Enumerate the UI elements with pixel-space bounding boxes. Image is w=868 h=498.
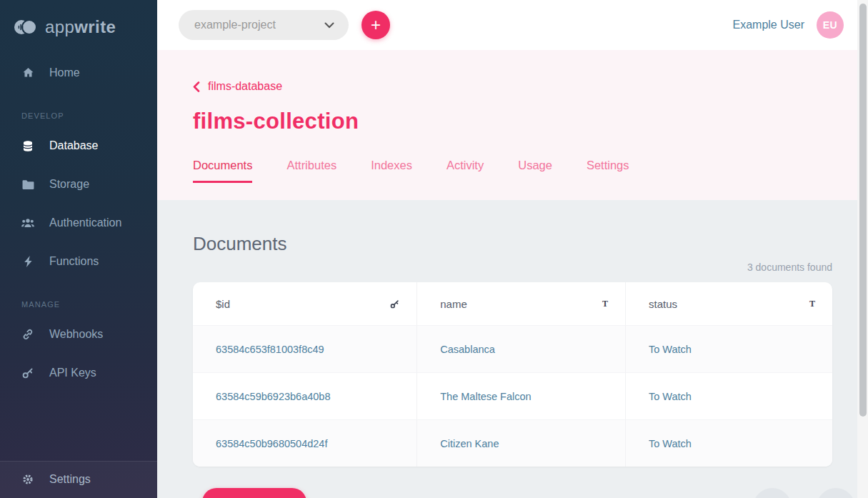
collection-header: films-database films-collection Document…: [157, 50, 868, 200]
avatar[interactable]: EU: [817, 11, 844, 39]
topbar: example-project + Example User EU: [157, 0, 868, 50]
sidebar-section-develop: DEVELOP: [21, 111, 157, 120]
main-area: example-project + Example User EU films-…: [157, 0, 868, 498]
documents-count: 3 documents found: [193, 262, 832, 273]
sidebar-item-authentication[interactable]: Authentication: [0, 209, 157, 237]
tab-activity[interactable]: Activity: [447, 159, 484, 183]
tab-indexes[interactable]: Indexes: [371, 159, 412, 183]
chevron-down-icon: [324, 22, 334, 29]
sidebar-item-settings[interactable]: Settings: [0, 461, 157, 498]
sidebar-item-label: Home: [49, 66, 80, 79]
sidebar-item-storage[interactable]: Storage: [0, 170, 157, 199]
tab-bar: Documents Attributes Indexes Activity Us…: [193, 159, 832, 183]
pagination-prev-button[interactable]: [753, 488, 792, 498]
appwrite-logo: appwrite: [0, 0, 157, 37]
table-row[interactable]: 63584c653f81003f8c49 Casablanca To Watch: [193, 325, 832, 372]
cell-id: 63584c50b9680504d24f: [193, 420, 416, 467]
plus-icon: +: [371, 16, 381, 34]
sidebar-item-label: Storage: [49, 178, 89, 191]
column-header-label: name: [440, 298, 467, 310]
cell-name: The Maltese Falcon: [416, 373, 625, 419]
sidebar-item-label: Authentication: [49, 216, 121, 229]
scrollbar-thumb[interactable]: [859, 4, 867, 417]
sidebar-item-home[interactable]: Home: [0, 59, 157, 87]
column-header-status[interactable]: status T: [625, 282, 832, 325]
gear-icon: [21, 474, 34, 485]
app-window: appwrite Home DEVELOP Database Storage: [0, 0, 868, 498]
sidebar-item-label: Database: [49, 139, 99, 152]
sidebar: appwrite Home DEVELOP Database Storage: [0, 0, 157, 498]
database-icon: [21, 140, 34, 152]
users-icon: [21, 218, 34, 228]
cell-status: To Watch: [625, 420, 832, 467]
cell-name: Citizen Kane: [416, 420, 625, 467]
sidebar-item-webhooks[interactable]: Webhooks: [0, 320, 157, 349]
table-footer: [193, 488, 855, 498]
cell-id: 63584c59b6923b6a40b8: [193, 373, 416, 419]
tab-attributes[interactable]: Attributes: [286, 159, 336, 183]
key-type-icon: [390, 299, 399, 309]
appwrite-logo-icon: [13, 19, 39, 36]
tab-usage[interactable]: Usage: [518, 159, 552, 183]
column-header-label: status: [649, 298, 677, 310]
add-document-button[interactable]: [202, 488, 306, 498]
sidebar-item-api-keys[interactable]: API Keys: [0, 359, 157, 387]
sidebar-item-database[interactable]: Database: [0, 131, 157, 160]
sidebar-item-label: Settings: [49, 473, 91, 486]
sidebar-item-functions[interactable]: Functions: [0, 247, 157, 276]
breadcrumb-label: films-database: [208, 80, 282, 93]
table-row[interactable]: 63584c50b9680504d24f Citizen Kane To Wat…: [193, 419, 832, 467]
sidebar-item-label: API Keys: [49, 367, 96, 379]
tab-settings[interactable]: Settings: [587, 159, 629, 183]
text-type-icon: T: [809, 299, 815, 309]
home-icon: [21, 67, 34, 79]
tab-documents[interactable]: Documents: [193, 159, 252, 183]
key-icon: [21, 367, 34, 379]
documents-table: $id name T status T: [193, 282, 832, 467]
project-selector[interactable]: example-project: [179, 10, 349, 40]
cell-id: 63584c653f81003f8c49: [193, 326, 416, 372]
pagination-next-button[interactable]: [817, 488, 855, 498]
cell-status: To Watch: [625, 373, 832, 419]
avatar-initials: EU: [823, 19, 837, 31]
cell-status: To Watch: [625, 326, 832, 372]
add-project-button[interactable]: +: [361, 11, 390, 39]
scrollbar-track[interactable]: [857, 0, 868, 498]
text-type-icon: T: [602, 299, 608, 309]
chevron-left-icon: [193, 81, 200, 92]
bolt-icon: [21, 256, 34, 267]
appwrite-logo-text: appwrite: [45, 17, 116, 37]
sidebar-item-label: Functions: [49, 255, 99, 268]
table-row[interactable]: 63584c59b6923b6a40b8 The Maltese Falcon …: [193, 372, 832, 419]
user-name-link[interactable]: Example User: [733, 19, 804, 31]
link-icon: [21, 329, 34, 340]
breadcrumb[interactable]: films-database: [193, 80, 282, 93]
sidebar-section-manage: MANAGE: [21, 300, 157, 309]
column-header-label: $id: [216, 298, 230, 310]
table-header-row: $id name T status T: [193, 282, 832, 325]
pagination: [753, 488, 855, 498]
cell-name: Casablanca: [416, 326, 625, 372]
documents-section: Documents 3 documents found $id name: [157, 200, 868, 498]
documents-heading: Documents: [193, 233, 832, 255]
page-title: films-collection: [193, 109, 832, 134]
folder-icon: [21, 179, 34, 190]
column-header-name[interactable]: name T: [416, 282, 625, 325]
project-selector-value: example-project: [194, 19, 276, 31]
sidebar-item-label: Webhooks: [49, 328, 103, 341]
column-header-id[interactable]: $id: [193, 282, 416, 325]
